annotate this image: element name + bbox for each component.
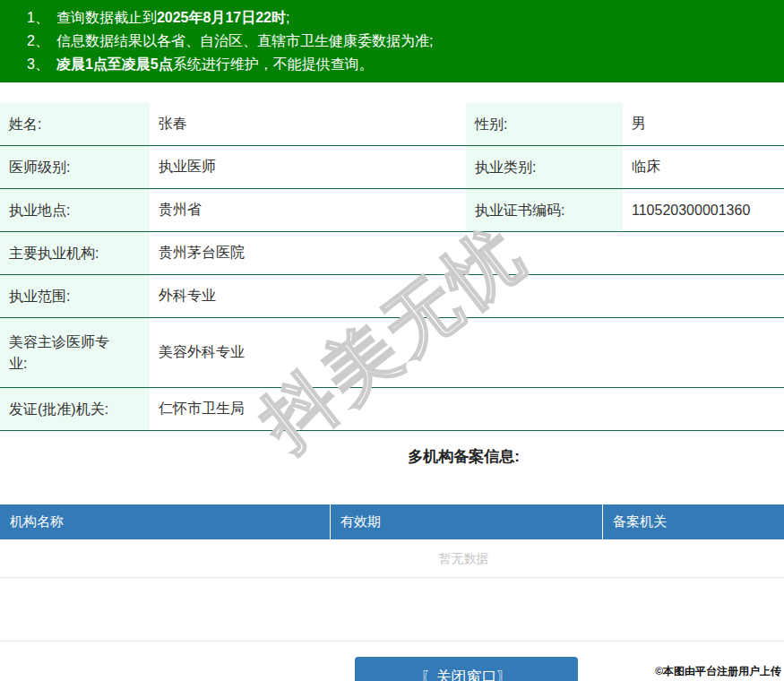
table-row: 执业范围: 外科专业 — [0, 275, 784, 318]
notice-number: 1、 — [27, 10, 49, 25]
field-value-main-institution: 贵州茅台医院 — [150, 232, 784, 274]
field-value-cosmetic-specialty: 美容外科专业 — [150, 318, 784, 387]
notice-text-segment: 凌晨1点至凌晨5点 — [56, 56, 173, 72]
table-row: 医师级别: 执业医师 执业类别: 临床 — [0, 146, 784, 189]
column-header-validity-period: 有效期 — [330, 504, 602, 539]
notice-line-2: 2、信息数据结果以各省、自治区、直辖市卫生健康委数据为准; — [27, 30, 775, 53]
field-label-cosmetic-specialty: 美容主诊医师专业: — [0, 318, 150, 387]
filing-table-header: 机构名称 有效期 备案机关 — [0, 504, 784, 539]
field-label-name: 姓名: — [0, 103, 150, 145]
field-value-doctor-level: 执业医师 — [150, 146, 466, 188]
field-label-issuing-authority: 发证(批准)机关: — [0, 388, 150, 430]
license-query-result-page: { "banner": { "notices": [ {"num": "1、",… — [0, 0, 784, 681]
column-header-institution-name: 机构名称 — [0, 504, 330, 539]
notice-line-1: 1、查询数据截止到2025年8月17日22时; — [27, 6, 775, 30]
field-label-doctor-level: 医师级别: — [0, 146, 150, 188]
field-value-practice-category: 临床 — [623, 146, 784, 188]
table-row: 美容主诊医师专业: 美容外科专业 — [0, 318, 784, 388]
field-label-certificate-number: 执业证书编码: — [466, 189, 623, 231]
empty-data-placeholder: 暂无数据 — [0, 539, 784, 578]
notice-banner: 1、查询数据截止到2025年8月17日22时; 2、信息数据结果以各省、自治区、… — [0, 0, 784, 82]
footer-divider — [0, 641, 784, 642]
notice-text: 凌晨1点至凌晨5点系统进行维护，不能提供查询。 — [56, 56, 374, 72]
field-label-practice-category: 执业类别: — [466, 146, 623, 188]
table-row: 执业地点: 贵州省 执业证书编码: 110520300001360 — [0, 189, 784, 232]
table-row: 发证(批准)机关: 仁怀市卫生局 — [0, 388, 784, 431]
field-label-gender: 性别: — [466, 103, 623, 145]
field-value-gender: 男 — [623, 103, 784, 145]
field-value-practice-scope: 外科专业 — [150, 275, 784, 317]
notice-text: 信息数据结果以各省、自治区、直辖市卫生健康委数据为准; — [56, 33, 433, 48]
field-value-name: 张春 — [150, 103, 466, 145]
notice-text-segment: 系统进行维护，不能提供查询。 — [173, 56, 374, 72]
notice-text-segment: 查询数据截止到 — [56, 10, 157, 25]
field-label-practice-scope: 执业范围: — [0, 275, 150, 317]
filing-section-title: 多机构备案信息: — [0, 447, 784, 467]
field-value-practice-location: 贵州省 — [150, 189, 466, 231]
field-value-issuing-authority: 仁怀市卫生局 — [150, 388, 784, 430]
notice-text-segment: 2025年8月17日22时 — [157, 10, 286, 25]
table-row: 主要执业机构: 贵州茅台医院 — [0, 232, 784, 275]
field-label-practice-location: 执业地点: — [0, 189, 150, 231]
notice-text-segment: ; — [286, 10, 289, 25]
notice-text: 查询数据截止到2025年8月17日22时; — [56, 10, 290, 25]
notice-line-3: 3、凌晨1点至凌晨5点系统进行维护，不能提供查询。 — [27, 53, 775, 76]
table-row: 姓名: 张春 性别: 男 — [0, 103, 784, 146]
column-header-filing-authority: 备案机关 — [602, 504, 784, 539]
field-label-main-institution: 主要执业机构: — [0, 232, 150, 274]
notice-text-segment: 信息数据结果以各省、自治区、直辖市卫生健康委数据为准; — [56, 33, 433, 48]
notice-number: 3、 — [27, 56, 49, 72]
field-value-certificate-number: 110520300001360 — [623, 189, 784, 231]
close-window-button[interactable]: 〖关闭窗口〗 — [355, 657, 578, 681]
notice-number: 2、 — [27, 33, 49, 48]
copyright-watermark: ©本图由平台注册用户上传 — [655, 664, 781, 679]
practitioner-info-table: 姓名: 张春 性别: 男 医师级别: 执业医师 执业类别: 临床 执业地点: 贵… — [0, 103, 784, 431]
